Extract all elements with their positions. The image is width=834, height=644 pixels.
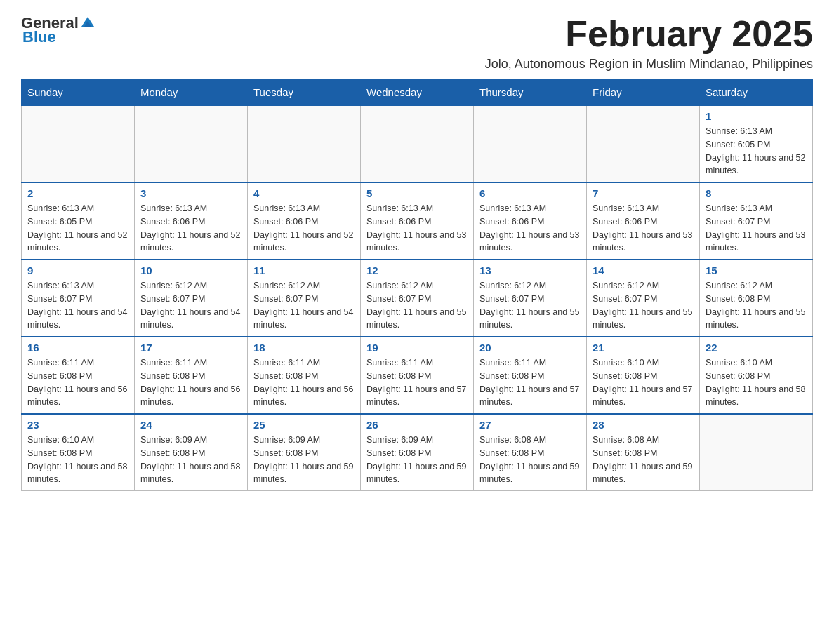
day-info: Sunrise: 6:09 AMSunset: 6:08 PMDaylight:… <box>366 434 468 486</box>
day-info: Sunrise: 6:12 AMSunset: 6:07 PMDaylight:… <box>253 279 355 332</box>
table-row: 12Sunrise: 6:12 AMSunset: 6:07 PMDayligh… <box>361 260 474 337</box>
day-info: Sunrise: 6:13 AMSunset: 6:05 PMDaylight:… <box>706 125 807 177</box>
table-row: 17Sunrise: 6:11 AMSunset: 6:08 PMDayligh… <box>135 337 248 414</box>
table-row <box>587 106 700 183</box>
table-row: 13Sunrise: 6:12 AMSunset: 6:07 PMDayligh… <box>474 260 587 337</box>
day-number: 21 <box>593 342 694 354</box>
day-number: 12 <box>366 264 468 276</box>
logo-icon <box>80 14 95 29</box>
table-row: 26Sunrise: 6:09 AMSunset: 6:08 PMDayligh… <box>361 414 474 491</box>
day-info: Sunrise: 6:13 AMSunset: 6:07 PMDaylight:… <box>27 279 128 332</box>
table-row: 6Sunrise: 6:13 AMSunset: 6:06 PMDaylight… <box>474 182 587 260</box>
table-row <box>248 106 361 183</box>
day-number: 10 <box>140 264 241 276</box>
day-number: 14 <box>593 264 694 276</box>
table-row: 19Sunrise: 6:11 AMSunset: 6:08 PMDayligh… <box>361 337 474 414</box>
day-info: Sunrise: 6:12 AMSunset: 6:08 PMDaylight:… <box>706 279 807 332</box>
table-row: 3Sunrise: 6:13 AMSunset: 6:06 PMDaylight… <box>135 182 248 260</box>
table-row: 25Sunrise: 6:09 AMSunset: 6:08 PMDayligh… <box>248 414 361 491</box>
day-info: Sunrise: 6:11 AMSunset: 6:08 PMDaylight:… <box>479 356 581 409</box>
table-row: 8Sunrise: 6:13 AMSunset: 6:07 PMDaylight… <box>700 182 813 260</box>
day-info: Sunrise: 6:10 AMSunset: 6:08 PMDaylight:… <box>706 356 807 409</box>
day-info: Sunrise: 6:09 AMSunset: 6:08 PMDaylight:… <box>253 434 355 486</box>
table-row: 15Sunrise: 6:12 AMSunset: 6:08 PMDayligh… <box>700 260 813 337</box>
day-number: 8 <box>706 187 807 199</box>
day-info: Sunrise: 6:08 AMSunset: 6:08 PMDaylight:… <box>479 434 581 486</box>
col-sunday: Sunday <box>22 79 135 106</box>
table-row: 1Sunrise: 6:13 AMSunset: 6:05 PMDaylight… <box>700 106 813 183</box>
month-title: February 2025 <box>485 14 813 54</box>
col-saturday: Saturday <box>700 79 813 106</box>
calendar-week-row: 1Sunrise: 6:13 AMSunset: 6:05 PMDaylight… <box>22 106 813 183</box>
table-row <box>22 106 135 183</box>
table-row <box>361 106 474 183</box>
day-number: 3 <box>140 187 241 199</box>
calendar-week-row: 2Sunrise: 6:13 AMSunset: 6:05 PMDaylight… <box>22 182 813 260</box>
day-number: 26 <box>366 419 468 431</box>
day-number: 17 <box>140 342 241 354</box>
day-number: 13 <box>479 264 581 276</box>
day-info: Sunrise: 6:13 AMSunset: 6:06 PMDaylight:… <box>479 202 581 255</box>
logo: General Blue <box>21 14 95 46</box>
col-thursday: Thursday <box>474 79 587 106</box>
day-number: 23 <box>27 419 128 431</box>
calendar-header-row: Sunday Monday Tuesday Wednesday Thursday… <box>22 79 813 106</box>
day-number: 22 <box>706 342 807 354</box>
day-number: 7 <box>593 187 694 199</box>
day-number: 5 <box>366 187 468 199</box>
table-row: 28Sunrise: 6:08 AMSunset: 6:08 PMDayligh… <box>587 414 700 491</box>
table-row <box>474 106 587 183</box>
day-info: Sunrise: 6:13 AMSunset: 6:06 PMDaylight:… <box>366 202 468 255</box>
day-number: 15 <box>706 264 807 276</box>
calendar-week-row: 16Sunrise: 6:11 AMSunset: 6:08 PMDayligh… <box>22 337 813 414</box>
day-number: 18 <box>253 342 355 354</box>
day-number: 1 <box>706 110 807 122</box>
table-row: 22Sunrise: 6:10 AMSunset: 6:08 PMDayligh… <box>700 337 813 414</box>
day-info: Sunrise: 6:11 AMSunset: 6:08 PMDaylight:… <box>253 356 355 409</box>
day-number: 6 <box>479 187 581 199</box>
calendar-week-row: 23Sunrise: 6:10 AMSunset: 6:08 PMDayligh… <box>22 414 813 491</box>
day-number: 4 <box>253 187 355 199</box>
col-friday: Friday <box>587 79 700 106</box>
day-number: 28 <box>593 419 694 431</box>
day-info: Sunrise: 6:13 AMSunset: 6:05 PMDaylight:… <box>27 202 128 255</box>
table-row <box>135 106 248 183</box>
day-info: Sunrise: 6:10 AMSunset: 6:08 PMDaylight:… <box>593 356 694 409</box>
day-number: 24 <box>140 419 241 431</box>
day-number: 2 <box>27 187 128 199</box>
table-row: 9Sunrise: 6:13 AMSunset: 6:07 PMDaylight… <box>22 260 135 337</box>
day-info: Sunrise: 6:09 AMSunset: 6:08 PMDaylight:… <box>140 434 241 486</box>
day-number: 19 <box>366 342 468 354</box>
day-number: 20 <box>479 342 581 354</box>
table-row: 20Sunrise: 6:11 AMSunset: 6:08 PMDayligh… <box>474 337 587 414</box>
table-row: 11Sunrise: 6:12 AMSunset: 6:07 PMDayligh… <box>248 260 361 337</box>
day-info: Sunrise: 6:13 AMSunset: 6:06 PMDaylight:… <box>140 202 241 255</box>
day-info: Sunrise: 6:10 AMSunset: 6:08 PMDaylight:… <box>27 434 128 486</box>
day-number: 11 <box>253 264 355 276</box>
day-info: Sunrise: 6:12 AMSunset: 6:07 PMDaylight:… <box>366 279 468 332</box>
table-row: 23Sunrise: 6:10 AMSunset: 6:08 PMDayligh… <box>22 414 135 491</box>
table-row: 14Sunrise: 6:12 AMSunset: 6:07 PMDayligh… <box>587 260 700 337</box>
page-header: General Blue February 2025 Jolo, Autonom… <box>21 14 813 72</box>
day-info: Sunrise: 6:11 AMSunset: 6:08 PMDaylight:… <box>366 356 468 409</box>
col-monday: Monday <box>135 79 248 106</box>
table-row: 21Sunrise: 6:10 AMSunset: 6:08 PMDayligh… <box>587 337 700 414</box>
day-info: Sunrise: 6:13 AMSunset: 6:06 PMDaylight:… <box>593 202 694 255</box>
table-row <box>700 414 813 491</box>
table-row: 27Sunrise: 6:08 AMSunset: 6:08 PMDayligh… <box>474 414 587 491</box>
day-info: Sunrise: 6:13 AMSunset: 6:07 PMDaylight:… <box>706 202 807 255</box>
table-row: 4Sunrise: 6:13 AMSunset: 6:06 PMDaylight… <box>248 182 361 260</box>
day-number: 27 <box>479 419 581 431</box>
day-info: Sunrise: 6:11 AMSunset: 6:08 PMDaylight:… <box>140 356 241 409</box>
title-section: February 2025 Jolo, Autonomous Region in… <box>485 14 813 72</box>
day-info: Sunrise: 6:11 AMSunset: 6:08 PMDaylight:… <box>27 356 128 409</box>
table-row: 5Sunrise: 6:13 AMSunset: 6:06 PMDaylight… <box>361 182 474 260</box>
subtitle: Jolo, Autonomous Region in Muslim Mindan… <box>485 57 813 72</box>
col-tuesday: Tuesday <box>248 79 361 106</box>
day-number: 16 <box>27 342 128 354</box>
table-row: 2Sunrise: 6:13 AMSunset: 6:05 PMDaylight… <box>22 182 135 260</box>
table-row: 24Sunrise: 6:09 AMSunset: 6:08 PMDayligh… <box>135 414 248 491</box>
day-info: Sunrise: 6:12 AMSunset: 6:07 PMDaylight:… <box>140 279 241 332</box>
table-row: 7Sunrise: 6:13 AMSunset: 6:06 PMDaylight… <box>587 182 700 260</box>
table-row: 10Sunrise: 6:12 AMSunset: 6:07 PMDayligh… <box>135 260 248 337</box>
